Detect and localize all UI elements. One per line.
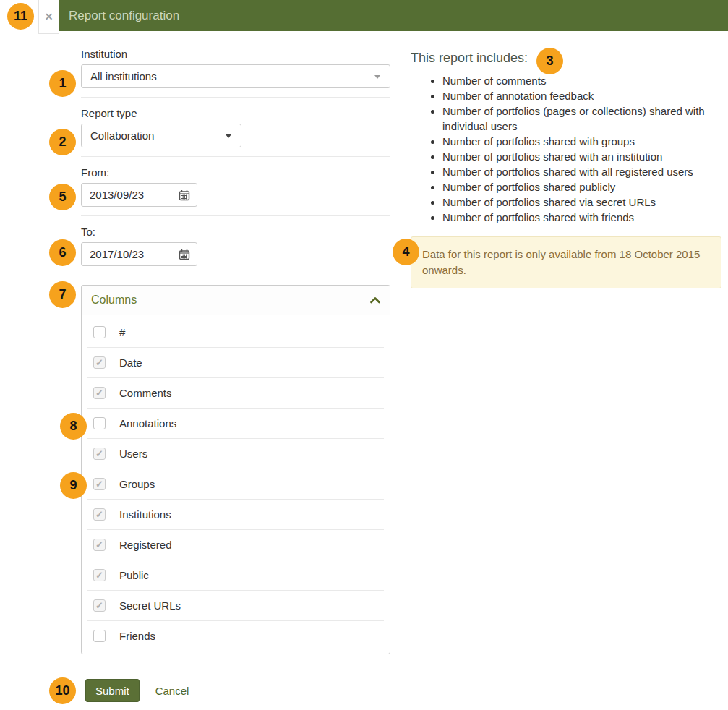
calendar-icon[interactable]	[179, 249, 190, 263]
report-type-label: Report type	[81, 107, 390, 119]
report-include-item: Number of annotation feedback	[442, 88, 721, 103]
report-info: This report includes: Number of comments…	[411, 51, 721, 288]
callout-5: 5	[49, 184, 76, 210]
report-include-item: Number of comments	[442, 73, 721, 88]
checkbox-label: Public	[119, 569, 149, 581]
report-configuration-dialog: Report configuration ✕ 1 2 3 4 5 6 7 8 9…	[0, 0, 728, 710]
chevron-down-icon	[374, 75, 380, 79]
checkbox-label: Friends	[119, 630, 155, 642]
checkbox-label: Date	[119, 356, 142, 369]
check-icon: ✓	[95, 540, 103, 549]
checkbox[interactable]: ✓	[93, 630, 106, 642]
checkbox[interactable]: ✓	[93, 417, 106, 429]
column-row: ✓ #	[82, 317, 390, 347]
columns-panel-header[interactable]: Columns	[82, 286, 390, 315]
date-availability-alert: Data for this report is only available f…	[411, 236, 721, 288]
date-to-label: To:	[81, 226, 390, 238]
report-include-item: Number of portfolios (pages or collectio…	[442, 103, 721, 134]
checkbox[interactable]: ✓	[93, 569, 106, 581]
report-include-item: Number of portfolios shared with friends	[442, 210, 721, 225]
check-icon: ✓	[95, 479, 103, 489]
column-row: ✓ Annotations	[82, 408, 390, 438]
report-include-item: Number of portfolios shared with groups	[442, 134, 721, 149]
date-to-group: To:	[81, 226, 390, 275]
checkbox-label: Institutions	[119, 508, 171, 521]
dialog-header: Report configuration	[59, 0, 728, 31]
cancel-link[interactable]: Cancel	[155, 685, 189, 697]
checkbox[interactable]: ✓	[93, 326, 106, 338]
report-include-item: Number of portfolios shared with all reg…	[442, 164, 721, 179]
column-row: ✓ Registered	[82, 529, 390, 560]
chevron-down-icon	[226, 134, 231, 138]
columns-panel: Columns ✓ # ✓ Date ✓ Comment	[81, 285, 390, 654]
checkbox[interactable]: ✓	[93, 539, 106, 551]
column-row: ✓ Date	[82, 347, 390, 377]
checkbox[interactable]: ✓	[93, 508, 106, 521]
callout-6: 6	[49, 239, 76, 266]
checkbox[interactable]: ✓	[93, 356, 106, 369]
columns-list: ✓ # ✓ Date ✓ Comments ✓ Annotations ✓	[82, 315, 390, 654]
checkbox[interactable]: ✓	[93, 448, 106, 460]
callout-10: 10	[49, 677, 76, 704]
institution-group: Institution All institutions	[81, 48, 390, 98]
checkbox[interactable]: ✓	[93, 478, 106, 490]
checkbox-label: Users	[119, 448, 147, 460]
check-icon: ✓	[95, 510, 103, 519]
report-include-item: Number of portfolios shared publicly	[442, 179, 721, 194]
institution-selected-value: All institutions	[90, 70, 157, 82]
column-row: ✓ Friends	[82, 620, 390, 651]
date-from-label: From:	[81, 166, 390, 179]
column-row: ✓ Comments	[82, 377, 390, 408]
report-includes-heading: This report includes:	[411, 51, 721, 66]
checkbox-label: Annotations	[119, 417, 176, 429]
report-include-item: Number of portfolios shared with an inst…	[442, 149, 721, 164]
column-row: ✓ Public	[82, 560, 390, 590]
report-type-selected-value: Collaboration	[90, 129, 154, 142]
column-row: ✓ Groups	[82, 469, 390, 499]
column-row: ✓ Secret URLs	[82, 590, 390, 620]
callout-3: 3	[536, 48, 563, 74]
date-from-group: From:	[81, 166, 390, 216]
checkbox-label: Secret URLs	[119, 599, 181, 612]
calendar-icon[interactable]	[179, 189, 190, 204]
callout-7: 7	[49, 281, 76, 308]
checkbox-label: Comments	[119, 387, 172, 399]
report-type-group: Report type Collaboration	[81, 107, 390, 157]
check-icon: ✓	[95, 358, 103, 367]
dialog-title: Report configuration	[59, 9, 179, 23]
checkbox-label: Groups	[119, 478, 155, 490]
report-form: Institution All institutions Report type…	[81, 48, 390, 654]
column-row: ✓ Institutions	[82, 499, 390, 529]
callout-2: 2	[49, 129, 76, 155]
callout-4: 4	[393, 239, 419, 265]
report-type-select[interactable]: Collaboration	[81, 124, 241, 147]
institution-select[interactable]: All institutions	[81, 64, 390, 88]
checkbox[interactable]: ✓	[93, 387, 106, 399]
checkbox-label: Registered	[119, 539, 172, 551]
check-icon: ✓	[95, 449, 103, 458]
checkbox-label: #	[119, 326, 125, 338]
columns-panel-title: Columns	[91, 294, 137, 307]
submit-button[interactable]: Submit	[85, 679, 140, 702]
report-include-item: Number of portfolios shared via secret U…	[442, 194, 721, 210]
form-actions: Submit Cancel	[85, 679, 189, 702]
callout-11: 11	[7, 3, 34, 30]
institution-label: Institution	[81, 48, 390, 60]
checkbox[interactable]: ✓	[93, 599, 106, 612]
check-icon: ✓	[95, 601, 103, 610]
callout-9: 9	[60, 472, 87, 499]
report-includes-list: Number of comments Number of annotation …	[411, 73, 721, 225]
callout-1: 1	[49, 70, 76, 97]
callout-8: 8	[60, 413, 87, 440]
check-icon: ✓	[95, 388, 103, 398]
column-row: ✓ Users	[82, 438, 390, 469]
check-icon: ✓	[95, 570, 103, 580]
close-icon[interactable]: ✕	[38, 0, 59, 34]
chevron-up-icon[interactable]	[370, 294, 380, 307]
